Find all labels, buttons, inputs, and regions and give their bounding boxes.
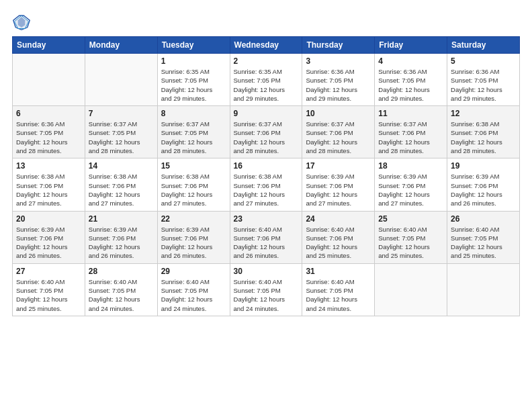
day-info: Sunrise: 6:36 AM Sunset: 7:05 PM Dayligh… [451,67,516,103]
calendar-table: SundayMondayTuesdayWednesdayThursdayFrid… [12,36,520,316]
day-number: 25 [378,214,443,224]
calendar-cell: 4Sunrise: 6:36 AM Sunset: 7:05 PM Daylig… [375,54,447,106]
day-number: 23 [234,214,299,224]
day-info: Sunrise: 6:40 AM Sunset: 7:05 PM Dayligh… [378,225,443,261]
page: SundayMondayTuesdayWednesdayThursdayFrid… [0,0,532,411]
day-info: Sunrise: 6:36 AM Sunset: 7:05 PM Dayligh… [378,67,443,103]
calendar-cell: 19Sunrise: 6:39 AM Sunset: 7:06 PM Dayli… [447,158,520,211]
day-number: 24 [306,214,371,224]
calendar-cell: 1Sunrise: 6:35 AM Sunset: 7:05 PM Daylig… [157,54,230,106]
day-number: 8 [161,109,226,118]
day-info: Sunrise: 6:38 AM Sunset: 7:06 PM Dayligh… [89,172,154,208]
day-info: Sunrise: 6:40 AM Sunset: 7:05 PM Dayligh… [161,277,226,313]
day-number: 3 [306,56,371,66]
day-info: Sunrise: 6:37 AM Sunset: 7:06 PM Dayligh… [378,120,443,155]
day-number: 28 [89,267,154,276]
calendar-cell: 16Sunrise: 6:38 AM Sunset: 7:06 PM Dayli… [230,158,302,211]
day-info: Sunrise: 6:37 AM Sunset: 7:06 PM Dayligh… [234,120,299,155]
day-number: 20 [16,214,81,224]
day-number: 16 [234,161,299,171]
calendar-cell: 29Sunrise: 6:40 AM Sunset: 7:05 PM Dayli… [157,263,230,316]
weekday-header-saturday: Saturday [447,37,520,54]
calendar-cell: 9Sunrise: 6:37 AM Sunset: 7:06 PM Daylig… [230,106,302,158]
day-number: 18 [378,161,443,171]
day-number: 29 [161,267,226,276]
logo [12,12,34,31]
calendar-cell: 24Sunrise: 6:40 AM Sunset: 7:06 PM Dayli… [302,211,375,263]
day-info: Sunrise: 6:38 AM Sunset: 7:06 PM Dayligh… [16,172,81,208]
day-info: Sunrise: 6:37 AM Sunset: 7:05 PM Dayligh… [161,120,226,155]
day-info: Sunrise: 6:39 AM Sunset: 7:06 PM Dayligh… [89,225,154,261]
day-info: Sunrise: 6:40 AM Sunset: 7:05 PM Dayligh… [234,277,299,313]
calendar-cell: 31Sunrise: 6:40 AM Sunset: 7:05 PM Dayli… [302,263,375,316]
weekday-header-friday: Friday [375,37,447,54]
day-info: Sunrise: 6:39 AM Sunset: 7:06 PM Dayligh… [451,172,516,208]
calendar-cell [447,263,520,316]
day-number: 9 [234,109,299,118]
calendar-cell: 14Sunrise: 6:38 AM Sunset: 7:06 PM Dayli… [85,158,157,211]
calendar-cell: 18Sunrise: 6:39 AM Sunset: 7:06 PM Dayli… [375,158,447,211]
day-info: Sunrise: 6:38 AM Sunset: 7:06 PM Dayligh… [234,172,299,208]
day-info: Sunrise: 6:38 AM Sunset: 7:06 PM Dayligh… [451,120,516,155]
calendar-cell: 7Sunrise: 6:37 AM Sunset: 7:05 PM Daylig… [85,106,157,158]
weekday-header-tuesday: Tuesday [157,37,230,54]
calendar-cell: 11Sunrise: 6:37 AM Sunset: 7:06 PM Dayli… [375,106,447,158]
day-info: Sunrise: 6:39 AM Sunset: 7:06 PM Dayligh… [306,172,371,208]
day-info: Sunrise: 6:36 AM Sunset: 7:05 PM Dayligh… [306,67,371,103]
day-info: Sunrise: 6:40 AM Sunset: 7:05 PM Dayligh… [451,225,516,261]
day-number: 5 [451,56,516,66]
calendar-cell: 17Sunrise: 6:39 AM Sunset: 7:06 PM Dayli… [302,158,375,211]
calendar-week-row: 20Sunrise: 6:39 AM Sunset: 7:06 PM Dayli… [13,211,520,263]
day-number: 12 [451,109,516,118]
calendar-week-row: 1Sunrise: 6:35 AM Sunset: 7:05 PM Daylig… [13,54,520,106]
calendar-cell: 25Sunrise: 6:40 AM Sunset: 7:05 PM Dayli… [375,211,447,263]
day-number: 21 [89,214,154,224]
day-info: Sunrise: 6:35 AM Sunset: 7:05 PM Dayligh… [161,67,226,103]
day-number: 10 [306,109,371,118]
calendar-cell: 21Sunrise: 6:39 AM Sunset: 7:06 PM Dayli… [85,211,157,263]
calendar-week-row: 13Sunrise: 6:38 AM Sunset: 7:06 PM Dayli… [13,158,520,211]
day-info: Sunrise: 6:39 AM Sunset: 7:06 PM Dayligh… [161,225,226,261]
day-number: 14 [89,161,154,171]
calendar-cell: 28Sunrise: 6:40 AM Sunset: 7:05 PM Dayli… [85,263,157,316]
calendar-cell [13,54,85,106]
day-number: 1 [161,56,226,66]
logo-icon [12,12,31,31]
weekday-header-row: SundayMondayTuesdayWednesdayThursdayFrid… [13,37,520,54]
calendar-cell: 30Sunrise: 6:40 AM Sunset: 7:05 PM Dayli… [230,263,302,316]
day-number: 27 [16,267,81,276]
day-info: Sunrise: 6:39 AM Sunset: 7:06 PM Dayligh… [16,225,81,261]
day-info: Sunrise: 6:39 AM Sunset: 7:06 PM Dayligh… [378,172,443,208]
calendar-cell: 15Sunrise: 6:38 AM Sunset: 7:06 PM Dayli… [157,158,230,211]
weekday-header-wednesday: Wednesday [230,37,302,54]
header [12,12,520,31]
day-number: 26 [451,214,516,224]
day-info: Sunrise: 6:40 AM Sunset: 7:06 PM Dayligh… [306,225,371,261]
calendar-cell: 10Sunrise: 6:37 AM Sunset: 7:06 PM Dayli… [302,106,375,158]
weekday-header-thursday: Thursday [302,37,375,54]
calendar-cell: 23Sunrise: 6:40 AM Sunset: 7:06 PM Dayli… [230,211,302,263]
day-number: 13 [16,161,81,171]
day-info: Sunrise: 6:40 AM Sunset: 7:05 PM Dayligh… [16,277,81,313]
calendar-cell: 5Sunrise: 6:36 AM Sunset: 7:05 PM Daylig… [447,54,520,106]
calendar-cell: 12Sunrise: 6:38 AM Sunset: 7:06 PM Dayli… [447,106,520,158]
calendar-cell: 22Sunrise: 6:39 AM Sunset: 7:06 PM Dayli… [157,211,230,263]
day-number: 22 [161,214,226,224]
weekday-header-monday: Monday [85,37,157,54]
calendar-week-row: 6Sunrise: 6:36 AM Sunset: 7:05 PM Daylig… [13,106,520,158]
day-info: Sunrise: 6:37 AM Sunset: 7:06 PM Dayligh… [306,120,371,155]
day-number: 2 [234,56,299,66]
day-info: Sunrise: 6:35 AM Sunset: 7:05 PM Dayligh… [234,67,299,103]
day-number: 4 [378,56,443,66]
day-info: Sunrise: 6:40 AM Sunset: 7:05 PM Dayligh… [89,277,154,313]
day-info: Sunrise: 6:40 AM Sunset: 7:06 PM Dayligh… [234,225,299,261]
day-number: 6 [16,109,81,118]
day-number: 31 [306,267,371,276]
day-number: 17 [306,161,371,171]
calendar-cell: 20Sunrise: 6:39 AM Sunset: 7:06 PM Dayli… [13,211,85,263]
day-number: 7 [89,109,154,118]
day-info: Sunrise: 6:37 AM Sunset: 7:05 PM Dayligh… [89,120,154,155]
calendar-cell: 3Sunrise: 6:36 AM Sunset: 7:05 PM Daylig… [302,54,375,106]
calendar-cell: 13Sunrise: 6:38 AM Sunset: 7:06 PM Dayli… [13,158,85,211]
calendar-cell: 8Sunrise: 6:37 AM Sunset: 7:05 PM Daylig… [157,106,230,158]
